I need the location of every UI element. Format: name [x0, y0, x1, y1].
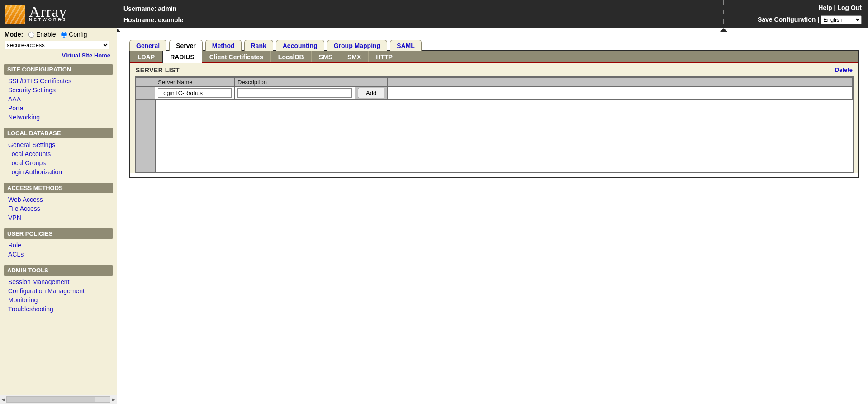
delete-link[interactable]: Delete [835, 67, 853, 74]
sidebar-link-file-access[interactable]: File Access [8, 205, 40, 212]
sidebar-link-ssl-dtls-certificates[interactable]: SSL/DTLS Certificates [8, 77, 71, 85]
sidebar-item: AAA [8, 95, 117, 104]
scroll-track[interactable] [6, 396, 110, 403]
sidebar-link-role[interactable]: Role [8, 242, 21, 249]
sidebar-link-networking[interactable]: Networking [8, 114, 40, 121]
mode-label: Mode: [5, 31, 23, 38]
description-input[interactable] [237, 88, 352, 98]
hostname-label: Hostname: example [123, 16, 717, 24]
header-right: Help | Log Out Save Configuration | Engl… [723, 0, 868, 28]
sidebar-item: Networking [8, 113, 117, 122]
server-table: Server Name Description Add [135, 76, 854, 173]
subtab-localdb[interactable]: LocalDB [271, 51, 312, 62]
tab-saml[interactable]: SAML [390, 40, 422, 51]
logo-icon [5, 5, 25, 24]
tab-general[interactable]: General [129, 40, 166, 51]
col-server-name: Server Name [155, 78, 235, 87]
sidebar-item: Role [8, 241, 117, 250]
subtab-radius[interactable]: RADIUS [162, 51, 202, 63]
primary-tabs: GeneralServerMethodRankAccountingGroup M… [129, 40, 859, 51]
save-config-link[interactable]: Save Configuration [758, 16, 816, 23]
tab-group-mapping[interactable]: Group Mapping [327, 40, 387, 51]
sidebar-group-list: General SettingsLocal AccountsLocal Grou… [0, 139, 117, 176]
table-left-gutter [136, 100, 156, 172]
subtab-sms[interactable]: SMS [312, 51, 340, 62]
col-spacer [388, 78, 853, 87]
sidebar-link-acls[interactable]: ACLs [8, 251, 24, 258]
mode-config-option[interactable]: Config [61, 31, 87, 38]
sidebar-item: Login Authorization [8, 167, 117, 176]
server-name-input[interactable] [158, 88, 232, 98]
sidebar-item: Security Settings [8, 86, 117, 95]
sidebar-link-session-management[interactable]: Session Management [8, 278, 69, 285]
col-description: Description [235, 78, 355, 87]
add-button[interactable]: Add [358, 88, 384, 98]
tab-method[interactable]: Method [205, 40, 242, 51]
sidebar-group-header: LOCAL DATABASE [4, 128, 113, 138]
sidebar-item: General Settings [8, 140, 117, 149]
sidebar-hscroll[interactable]: ◄ ► [0, 395, 117, 404]
language-select[interactable]: English [821, 15, 862, 24]
sidebar-item: VPN [8, 213, 117, 222]
sidebar-item: Local Groups [8, 158, 117, 167]
virtual-site-home-link[interactable]: Virtual Site Home [62, 52, 110, 59]
row-spacer [388, 87, 853, 100]
server-list-panel: SERVER LIST Delete Server Name Descripti… [130, 62, 858, 173]
sidebar-link-vpn[interactable]: VPN [8, 214, 21, 221]
site-select[interactable]: secure-access [5, 41, 109, 49]
sidebar-item: Local Accounts [8, 149, 117, 158]
sidebar-item: SSL/DTLS Certificates [8, 76, 117, 86]
brand-name: Array [29, 6, 67, 17]
scroll-thumb[interactable] [7, 397, 95, 402]
mode-enable-radio[interactable] [28, 32, 34, 38]
subtab-client-certificates[interactable]: Client Certificates [202, 51, 271, 62]
sidebar-group-list: SSL/DTLS CertificatesSecurity SettingsAA… [0, 76, 117, 122]
subtab-ldap[interactable]: LDAP [130, 51, 162, 62]
logo-cell: Array NETWORKS [0, 0, 117, 28]
tab-accounting[interactable]: Accounting [276, 40, 324, 51]
logo: Array NETWORKS [5, 5, 67, 24]
sidebar-link-security-settings[interactable]: Security Settings [8, 86, 56, 94]
subtab-smx[interactable]: SMX [340, 51, 369, 62]
sidebar-link-local-accounts[interactable]: Local Accounts [8, 150, 51, 157]
sidebar-group-list: Web AccessFile AccessVPN [0, 194, 117, 222]
sidebar-link-aaa[interactable]: AAA [8, 95, 21, 103]
sidebar-item: Portal [8, 104, 117, 113]
scroll-left-icon[interactable]: ◄ [0, 397, 6, 402]
sidebar-group-header: USER POLICIES [4, 228, 113, 239]
sidebar-item: Web Access [8, 195, 117, 204]
tab-rank[interactable]: Rank [244, 40, 273, 51]
sidebar-link-web-access[interactable]: Web Access [8, 196, 43, 203]
help-link[interactable]: Help [818, 4, 832, 11]
sidebar-link-local-groups[interactable]: Local Groups [8, 159, 46, 166]
row-selector[interactable] [136, 87, 155, 100]
tab-server[interactable]: Server [169, 40, 203, 51]
table-input-row: Add [136, 87, 853, 100]
secondary-tabs: LDAPRADIUSClient CertificatesLocalDBSMSS… [130, 50, 858, 62]
mode-config-radio[interactable] [61, 32, 67, 38]
tabs2-wrap: LDAPRADIUSClient CertificatesLocalDBSMSS… [129, 50, 859, 178]
sidebar-link-configuration-management[interactable]: Configuration Management [8, 287, 85, 295]
sidebar-item: Monitoring [8, 295, 117, 304]
panel-title: SERVER LIST [136, 67, 180, 74]
mode-enable-option[interactable]: Enable [28, 31, 56, 38]
sidebar-item: Troubleshooting [8, 304, 117, 314]
subtab-http[interactable]: HTTP [369, 51, 400, 62]
sidebar-group-list: Session ManagementConfiguration Manageme… [0, 276, 117, 314]
sidebar-item: Session Management [8, 277, 117, 286]
sidebar-link-general-settings[interactable]: General Settings [8, 141, 55, 148]
scroll-right-icon[interactable]: ► [110, 397, 117, 402]
username-label: Username: admin [123, 5, 717, 12]
main: GeneralServerMethodRankAccountingGroup M… [117, 28, 868, 404]
sidebar-item: File Access [8, 204, 117, 213]
sidebar-link-login-authorization[interactable]: Login Authorization [8, 168, 62, 176]
sidebar-group-header: SITE CONFIGURATION [4, 64, 113, 75]
table-header-row: Server Name Description [136, 78, 853, 87]
sidebar-group-header: ADMIN TOOLS [4, 265, 113, 276]
sidebar-link-monitoring[interactable]: Monitoring [8, 296, 38, 304]
sidebar-link-troubleshooting[interactable]: Troubleshooting [8, 305, 53, 313]
sidebar-link-portal[interactable]: Portal [8, 105, 25, 112]
logout-link[interactable]: Log Out [837, 4, 862, 11]
col-blank [136, 78, 155, 87]
sidebar-item: Configuration Management [8, 286, 117, 295]
